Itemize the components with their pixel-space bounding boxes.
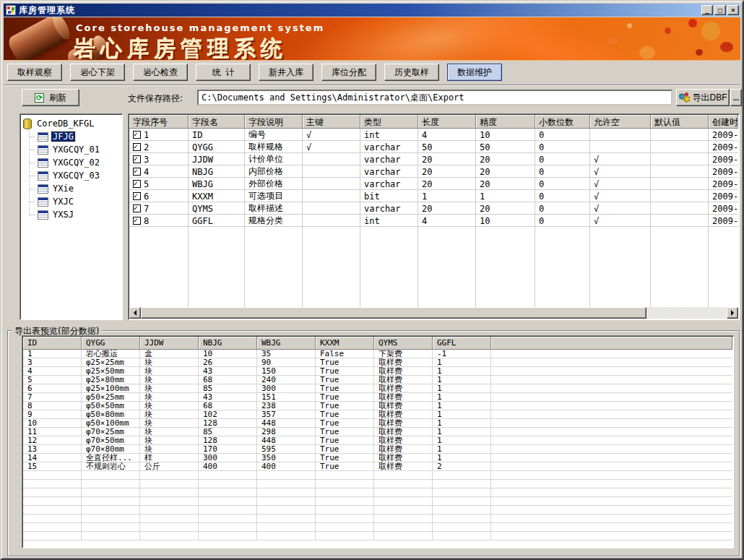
table-row[interactable]: 15 不规则岩心 公斤 400 400 True 取样费 2	[23, 462, 732, 471]
cell-wbjg	[257, 488, 316, 496]
tree-item[interactable]: YXGCQY_02	[27, 156, 121, 169]
column-header[interactable]: 主键	[303, 115, 360, 129]
row-checkbox[interactable]	[133, 143, 141, 151]
cell-qyms: 取样费	[374, 428, 433, 436]
table-row[interactable]: 5 WBJG 外部价格 varchar 20 20 0 √ 2009-4-	[129, 178, 738, 190]
row-checkbox[interactable]	[133, 131, 141, 139]
scrollbar-track[interactable]	[646, 307, 727, 319]
table-row[interactable]	[23, 514, 732, 523]
toolbar-button[interactable]: 统 计	[196, 64, 251, 81]
table-row[interactable]: 6 φ25×100mm 块 85 300 True 取样费 1	[23, 384, 732, 393]
toolbar-button[interactable]: 取样观察	[7, 64, 62, 81]
column-header[interactable]: 字段说明	[245, 115, 303, 129]
table-row[interactable]: 4 NBJG 内部价格 varchar 20 20 0 √ 2009-4-	[129, 165, 738, 178]
toolbar-button[interactable]: 数据维护	[447, 64, 502, 81]
scroll-right-button[interactable]	[727, 307, 738, 319]
column-header[interactable]: 字段序号	[129, 115, 189, 129]
table-row[interactable]	[23, 480, 732, 488]
tree-item[interactable]: YXSJ	[27, 208, 121, 221]
minimize-button[interactable]: _	[701, 5, 713, 15]
table-row[interactable]: 1 岩心搬运 盒 10 35 False 下架费 -1	[23, 350, 732, 358]
cell-qygg: φ50×80mm	[82, 410, 140, 418]
column-header[interactable]: 小数位数	[535, 115, 590, 129]
column-header[interactable]: QYMS	[374, 337, 433, 350]
horizontal-scrollbar[interactable]	[129, 307, 738, 319]
tree-item[interactable]: JFJG	[27, 130, 121, 143]
cell-nbjg	[199, 488, 257, 496]
tree-item[interactable]: YXie	[27, 182, 121, 195]
column-header[interactable]: WBJG	[257, 337, 316, 350]
table-row[interactable]	[23, 497, 732, 506]
cell-kxxm: True	[316, 376, 374, 384]
column-header[interactable]: 长度	[418, 115, 476, 129]
table-row[interactable]: 10 φ50×100mm 块 128 448 True 取样费 1	[23, 419, 732, 428]
table-row[interactable]: 5 φ25×80mm 块 68 240 True 取样费 1	[23, 376, 732, 384]
table-row[interactable]: 3 JJDW 计价单位 varchar 20 20 0 √ 2009-4-	[129, 153, 738, 165]
table-row[interactable]: 8 φ50×50mm 块 68 238 True 取样费 1	[23, 402, 732, 410]
table-row[interactable]: 12 φ70×50mm 块 128 448 True 取样费 1	[23, 436, 732, 445]
column-header[interactable]: 字段名	[189, 115, 245, 129]
table-row[interactable]: 7 φ50×25mm 块 43 151 True 取样费 1	[23, 393, 732, 402]
toolbar-button[interactable]: 库位分配	[321, 64, 376, 81]
table-row[interactable]	[23, 488, 732, 497]
row-checkbox[interactable]	[133, 155, 141, 163]
row-checkbox[interactable]	[133, 204, 141, 212]
table-row[interactable]: 11 φ70×25mm 块 85 298 True 取样费 1	[23, 428, 732, 436]
tree-item[interactable]: YXJC	[27, 195, 121, 208]
scrollbar-thumb[interactable]	[141, 307, 646, 319]
table-row[interactable]: 14 全直径样... 样 300 350 True 取样费 1	[23, 454, 732, 462]
table-row[interactable]	[23, 506, 732, 514]
cell-wbjg: 240	[257, 376, 316, 384]
cell-qyms: 取样费	[374, 358, 433, 366]
table-row[interactable]: 6 KXXM 可选项目 bit 1 1 0 √ 2009-4-	[129, 190, 738, 202]
row-checkbox[interactable]	[133, 180, 141, 188]
column-header[interactable]: 创建时	[709, 115, 738, 129]
table-row[interactable]	[23, 471, 732, 480]
column-header[interactable]: NBJG	[199, 337, 257, 350]
column-header[interactable]: JJDW	[140, 337, 199, 350]
toolbar-button[interactable]: 岩心下架	[70, 64, 125, 81]
refresh-button[interactable]: ⟳ 刷新	[22, 89, 79, 106]
toolbar-button[interactable]: 岩心检查	[133, 64, 188, 81]
table-row[interactable]	[23, 532, 732, 540]
table-row[interactable]: 9 φ50×80mm 块 102 357 True 取样费 1	[23, 410, 732, 419]
field-decimals: 0	[535, 178, 590, 189]
table-row[interactable]: 8 GGFL 规格分类 int 4 10 0 √ 2009-4-	[129, 215, 738, 227]
table-row[interactable]: 7 QYMS 取样描述 varchar 20 20 0 √ 2009-4-	[129, 202, 738, 215]
table-row[interactable]: 2 QYGG 取样规格 √ varchar 50 50 0 2009-4-	[129, 141, 738, 153]
toolbar-button[interactable]: 新井入库	[259, 64, 313, 81]
table-row[interactable]: 1 ID 编号 √ int 4 10 0 2009-4-	[129, 129, 738, 141]
cell-nbjg	[199, 514, 257, 522]
browse-more-button[interactable]: ...	[730, 89, 742, 106]
save-path-input[interactable]	[197, 90, 672, 105]
column-header[interactable]: 默认值	[651, 115, 709, 129]
close-button[interactable]: ×	[727, 5, 739, 15]
cell-qyms	[374, 471, 433, 479]
column-header[interactable]: ID	[23, 337, 82, 350]
field-default	[651, 190, 709, 202]
row-checkbox[interactable]	[133, 217, 141, 225]
cell-qyms: 取样费	[374, 367, 433, 375]
column-header[interactable]: 精度	[476, 115, 535, 129]
fields-grid-panel: 字段序号 字段名 字段说明 主键 类型 长度 精度 小数位数 允许空 默认值 创…	[128, 113, 740, 320]
table-row[interactable]: 4 φ25×50mm 块 43 150 True 取样费 1	[23, 367, 732, 376]
maximize-button[interactable]: □	[714, 5, 726, 15]
table-row[interactable]: 3 φ25×25mm 块 26 90 True 取样费 1	[23, 358, 732, 367]
table-row[interactable]: 13 φ70×80mm 块 170 595 True 取样费 1	[23, 445, 732, 454]
column-header[interactable]: KXXM	[316, 337, 374, 350]
row-checkbox[interactable]	[133, 168, 141, 176]
tree-item[interactable]: YXGCQY_01	[27, 143, 121, 156]
row-checkbox[interactable]	[133, 192, 141, 200]
column-header[interactable]: GGFL	[433, 337, 491, 350]
table-row[interactable]	[23, 523, 732, 532]
tree-root-node[interactable]: CoreDB_KFGL	[22, 117, 121, 130]
toolbar-button[interactable]: 历史取样	[384, 64, 439, 81]
column-header[interactable]: 允许空	[590, 115, 651, 129]
column-header[interactable]: 类型	[360, 115, 418, 129]
scroll-left-button[interactable]	[129, 307, 141, 319]
tree-item[interactable]: YXGCQY_03	[27, 169, 121, 182]
title-bar[interactable]: 库房管理系统 _ □ ×	[4, 4, 740, 17]
cell-qyms: 取样费	[374, 410, 433, 418]
column-header[interactable]: QYGG	[82, 337, 140, 350]
export-dbf-button[interactable]: 导出DBF	[676, 89, 730, 106]
